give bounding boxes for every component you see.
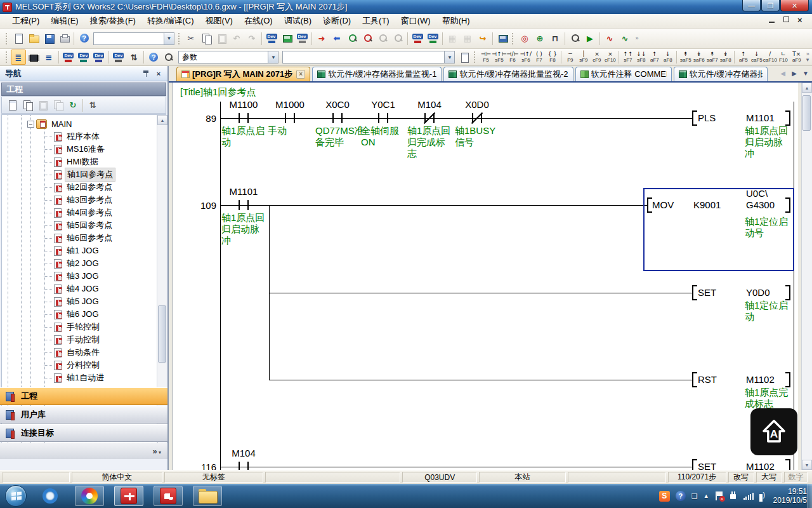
tree-item-0[interactable]: MAIN	[27, 117, 74, 130]
tree-item-6[interactable]: 轴3回参考点	[44, 194, 114, 206]
tree-item-10[interactable]: 轴1 JOG	[44, 244, 101, 257]
tree-item-17[interactable]: 手动控制	[44, 333, 102, 346]
pulse-form-button[interactable]: ⊓	[547, 31, 563, 46]
menu-item-6[interactable]: 调试(B)	[278, 13, 317, 29]
device-find-button[interactable]	[264, 31, 279, 46]
menu-item-5[interactable]: 在线(O)	[239, 13, 278, 29]
ladder-symbol-saF5-button[interactable]: ↟saF5	[679, 50, 692, 65]
toolbar-overflow-icon[interactable]: »	[632, 32, 641, 46]
ladder-canvas[interactable]: [Title]轴1回参考点89M1100轴1原点启 动M1000手动X0C0QD…	[173, 83, 798, 470]
chevron-down-icon[interactable]: ▼	[164, 33, 174, 44]
tab-scroll-right-icon[interactable]: ▶	[789, 68, 799, 79]
nav-category-0[interactable]: 工程	[0, 387, 167, 405]
action-center-icon[interactable]: ×	[715, 491, 723, 500]
ladder-symbol-aF7-button[interactable]: ↑aF7	[648, 50, 661, 65]
monitor-stop-button[interactable]	[360, 31, 375, 46]
copy-data-button[interactable]	[20, 98, 35, 113]
device-on-button[interactable]	[410, 31, 425, 46]
menu-item-10[interactable]: 帮助(H)	[436, 13, 476, 29]
ladder-symbol-saF8-button[interactable]: ↡saF8	[719, 50, 732, 65]
tree-item-19[interactable]: 分料控制	[44, 359, 102, 371]
ladder-symbol-saF7-button[interactable]: ↟saF7	[705, 50, 719, 65]
device-test-button[interactable]: ⇅	[126, 50, 141, 65]
tree-item-3[interactable]: HMI数据	[44, 156, 100, 168]
document-tab-3[interactable]: 软元件注释 COMMENT	[575, 67, 672, 81]
sort-tree-button[interactable]: ⇅	[85, 98, 100, 113]
tree-scroll-up-icon[interactable]: ▲	[157, 115, 167, 125]
ladder-symbol-aF5-button[interactable]: ↑aF5	[737, 50, 750, 65]
close-button[interactable]: ✕	[780, 0, 809, 11]
menu-item-2[interactable]: 搜索/替换(F)	[84, 13, 141, 29]
tree-item-16[interactable]: 手轮控制	[44, 321, 102, 333]
pin-icon[interactable]	[142, 69, 151, 78]
ladder-symbol-sF9-button[interactable]: │sF9	[577, 50, 590, 65]
start-button[interactable]	[5, 485, 27, 507]
tree-item-2[interactable]: MS16准备	[44, 143, 107, 156]
tray-expand-icon[interactable]: ▲	[704, 493, 709, 499]
menu-item-4[interactable]: 视图(V)	[200, 13, 239, 29]
volume-icon[interactable]	[759, 492, 768, 500]
ladder-scroll-thumb[interactable]	[802, 95, 811, 131]
ladder-symbol-F8-button[interactable]: { }F8	[546, 50, 559, 65]
ladder-symbol-cF10-button[interactable]: ×cF10	[603, 50, 617, 65]
ladder-symbol-aF8-button[interactable]: ↓aF8	[661, 50, 674, 65]
screen-monitor-button[interactable]	[279, 31, 294, 46]
find-target-combo[interactable]: 参数▼	[178, 51, 279, 64]
tree-item-11[interactable]: 轴2 JOG	[44, 257, 101, 270]
minimize-button[interactable]: —	[742, 0, 761, 11]
tab-scroll-left-icon[interactable]: ◀	[778, 68, 788, 79]
mdi-close-icon[interactable]: ×	[796, 15, 807, 25]
refresh-button[interactable]: ↻	[65, 98, 81, 113]
nav-close-icon[interactable]: ×	[154, 69, 164, 79]
tray-clock[interactable]: 19:51 2019/10/5	[773, 487, 807, 505]
ladder-symbol-caF5-button[interactable]: ↓caF5	[750, 50, 763, 65]
jump-target-button[interactable]: ⊕	[532, 31, 547, 46]
open-file-button[interactable]	[26, 31, 41, 46]
ladder-symbol-F9-button[interactable]: ─F9	[563, 50, 577, 65]
cut-button[interactable]: ✂	[183, 31, 199, 46]
menu-item-7[interactable]: 诊断(D)	[317, 13, 357, 29]
chevron-down-icon[interactable]: ▼	[268, 51, 278, 63]
module-configuration-button[interactable]	[26, 50, 41, 65]
jump-start-button[interactable]: ◎	[517, 31, 532, 46]
new-file-button[interactable]	[11, 31, 26, 46]
restore-button[interactable]: ❐	[761, 0, 780, 11]
tree-expander-icon[interactable]	[27, 121, 34, 128]
show-desktop-button[interactable]	[808, 484, 812, 508]
read-from-plc-button[interactable]: ⬅	[329, 31, 344, 46]
device-layout-button[interactable]	[91, 50, 107, 65]
menu-item-3[interactable]: 转换/编译(C)	[141, 13, 200, 29]
tree-item-4[interactable]: 轴1回参考点	[44, 168, 115, 181]
intelligent-monitor-button[interactable]	[294, 31, 310, 46]
device-off-button[interactable]	[425, 31, 440, 46]
menu-item-9[interactable]: 窗口(W)	[395, 13, 436, 29]
tree-item-18[interactable]: 自动条件	[44, 346, 102, 359]
tree-item-5[interactable]: 轴2回参考点	[44, 181, 114, 194]
tree-item-13[interactable]: 轴4 JOG	[44, 283, 101, 295]
ladder-symbol-aF9-button[interactable]: T×aF9	[790, 50, 803, 65]
tree-item-9[interactable]: 轴6回参考点	[44, 232, 114, 244]
network-signal-icon[interactable]	[743, 492, 754, 500]
work-window-list-button[interactable]: ≡	[41, 50, 56, 65]
nav-category-2[interactable]: 连接目标	[0, 424, 167, 442]
save-button[interactable]	[41, 31, 56, 46]
window-tray-icon[interactable]: ❏	[691, 492, 698, 500]
ladder-symbol-sF8-button[interactable]: ↓↓sF8	[634, 50, 648, 65]
tab-close-icon[interactable]: ×	[296, 70, 305, 79]
tree-item-12[interactable]: 轴3 JOG	[44, 270, 101, 283]
tab-list-icon[interactable]: ▼	[801, 68, 811, 79]
mdi-restore-icon[interactable]	[782, 15, 792, 25]
document-tab-1[interactable]: 软元件/缓冲存储器批量监视-1	[312, 67, 442, 81]
print-button[interactable]	[56, 31, 72, 46]
chevron-down-icon[interactable]: ▼	[444, 51, 454, 63]
tree-item-15[interactable]: 轴6 JOG	[44, 308, 101, 321]
ladder-scrollbar[interactable]: ▲ ▼	[801, 83, 812, 470]
nav-more-icon[interactable]: » ▾	[153, 446, 161, 456]
ladder-help-button[interactable]	[146, 50, 161, 65]
exec-program-button[interactable]: ▶	[582, 31, 598, 46]
device-display-button[interactable]	[111, 50, 126, 65]
remote-operation-button[interactable]	[495, 31, 510, 46]
tree-item-14[interactable]: 轴5 JOG	[44, 295, 101, 308]
navigation-toggle-button[interactable]: ≣	[11, 50, 26, 65]
ladder-symbol-F7-button[interactable]: ( )F7	[532, 50, 546, 65]
